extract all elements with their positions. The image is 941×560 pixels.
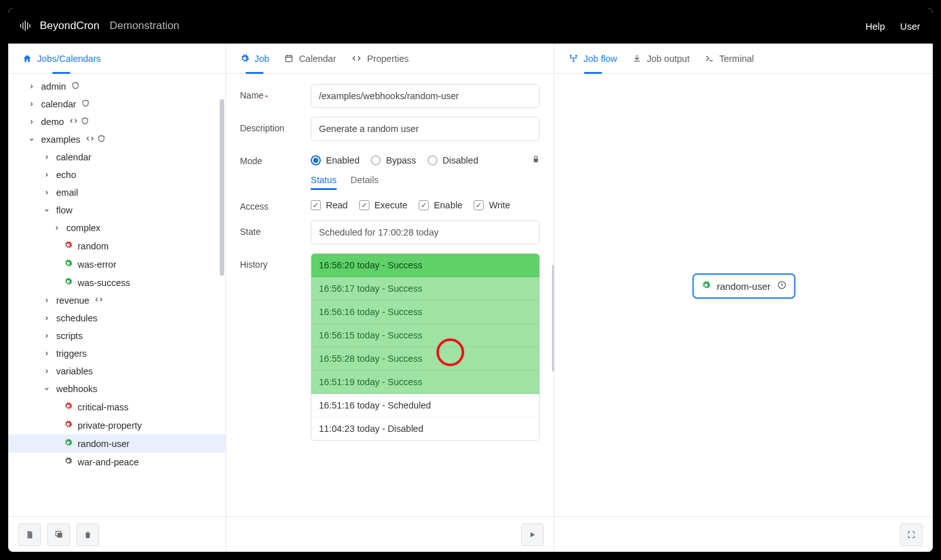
mode-disabled[interactable]: Disabled [428, 155, 478, 165]
tree-label: random-user [78, 439, 129, 449]
new-item-button[interactable] [18, 523, 41, 546]
tree-item-random-user[interactable]: random-user [8, 434, 225, 453]
help-link[interactable]: Help [865, 21, 885, 32]
brand-env: Demonstration [110, 20, 180, 32]
tree-folder-examples[interactable]: examples [8, 131, 225, 148]
history-item[interactable]: 11:04:23 today - Disabled [311, 417, 539, 440]
tree-folder-echo[interactable]: echo [8, 166, 225, 184]
history-item[interactable]: 16:56:15 today - Success [311, 324, 539, 347]
middle-scrollbar[interactable] [552, 265, 554, 372]
tab-label: Calendar [299, 54, 336, 64]
name-input[interactable] [311, 84, 540, 108]
inner-tab-details[interactable]: Details [351, 175, 378, 190]
flow-node-random-user[interactable]: random-user [692, 273, 795, 299]
mode-enabled[interactable]: Enabled [311, 155, 359, 165]
tab-job[interactable]: Job [240, 44, 269, 73]
tree-folder-complex[interactable]: complex [8, 219, 225, 237]
tree-item-private-property[interactable]: private-property [8, 416, 225, 434]
access-write[interactable]: Write [474, 200, 510, 210]
copy-button[interactable] [47, 523, 70, 546]
history-item[interactable]: 16:56:20 today - Success [311, 254, 539, 277]
checkbox-label: Read [326, 200, 348, 210]
radio-label: Enabled [326, 155, 359, 165]
checkbox-icon [359, 200, 369, 210]
tab-icon [284, 54, 294, 63]
access-enable[interactable]: Enable [419, 200, 462, 210]
flow-node-label: random-user [717, 281, 770, 292]
lock-icon [532, 155, 540, 165]
chevron-icon [44, 297, 51, 304]
user-menu[interactable]: User [900, 21, 920, 32]
flow-canvas[interactable]: random-user [554, 74, 933, 516]
checkbox-label: Execute [375, 200, 407, 210]
delete-button[interactable] [76, 523, 99, 546]
tree-folder-flow[interactable]: flow [8, 201, 225, 219]
chevron-icon [44, 333, 51, 339]
tree-folder-variables[interactable]: variables [8, 362, 225, 380]
svg-point-12 [575, 55, 577, 57]
mode-bypass[interactable]: Bypass [371, 155, 416, 165]
chevron-icon [28, 83, 36, 90]
code-icon [94, 295, 104, 306]
gear-icon [64, 277, 73, 288]
chevron-icon [44, 368, 51, 374]
tab-label: Job [255, 54, 269, 64]
tree-folder-email[interactable]: email [8, 184, 225, 201]
tree-item-was-success[interactable]: was-success [8, 273, 225, 292]
tree-item-was-error[interactable]: was-error [8, 255, 225, 273]
run-button[interactable] [521, 523, 544, 546]
tree-folder-triggers[interactable]: triggers [8, 345, 225, 362]
tree-item-random[interactable]: random [8, 237, 225, 255]
expand-button[interactable] [900, 523, 923, 546]
access-read[interactable]: Read [311, 200, 348, 210]
tab-terminal[interactable]: Terminal [705, 44, 754, 73]
tab-job-output[interactable]: Job output [632, 44, 690, 73]
checkbox-label: Enable [434, 200, 462, 210]
chevron-icon [28, 136, 36, 143]
inner-tabs: StatusDetails [311, 175, 540, 190]
tree-label: admin [41, 81, 66, 92]
history-item[interactable]: 16:56:16 today - Success [311, 301, 539, 324]
tree-folder-revenue[interactable]: revenue [8, 292, 225, 309]
state-label: State [240, 220, 311, 237]
chevron-icon [28, 119, 36, 125]
tree-scrollbar[interactable] [220, 99, 224, 276]
shield-icon [81, 117, 89, 127]
code-icon [85, 134, 95, 145]
history-item[interactable]: 16:51:19 today - Success [311, 371, 539, 394]
inner-tab-status[interactable]: Status [311, 175, 337, 190]
tree-folder-admin[interactable]: admin [8, 78, 225, 95]
code-icon [69, 117, 78, 127]
tree-label: calendar [56, 152, 92, 162]
gear-icon [64, 241, 73, 251]
tree-item-war-and-peace[interactable]: war-and-peace [8, 453, 225, 471]
tree-folder-schedules[interactable]: schedules [8, 309, 225, 327]
tree-folder-webhooks[interactable]: webhooks [8, 380, 225, 398]
tree-label: scripts [56, 331, 83, 341]
tree-label: was-error [78, 259, 116, 270]
history-item[interactable]: 16:51:16 today - Scheduled [311, 394, 539, 417]
chevron-icon [44, 172, 51, 178]
tree-label: demo [41, 117, 64, 127]
tree-label: examples [41, 134, 80, 145]
tree-folder-calendar[interactable]: calendar [8, 148, 225, 166]
tab-job-flow[interactable]: Job flow [568, 44, 617, 73]
access-execute[interactable]: Execute [359, 200, 407, 210]
tree-label: was-success [78, 278, 130, 288]
tab-calendar[interactable]: Calendar [284, 44, 336, 73]
tree-folder-demo[interactable]: demo [8, 113, 225, 131]
tree-label: random [78, 241, 109, 251]
tab-label: Terminal [719, 54, 754, 64]
tab-icon [351, 54, 362, 63]
sidebar-header[interactable]: Jobs/Calendars [22, 44, 101, 73]
tree[interactable]: admincalendardemoexamplescalendarechoema… [8, 74, 225, 516]
chevron-icon [44, 189, 51, 196]
tree-folder-scripts[interactable]: scripts [8, 327, 225, 345]
tab-properties[interactable]: Properties [351, 44, 409, 73]
tree-item-critical-mass[interactable]: critical-mass [8, 398, 225, 416]
tree-label: echo [56, 170, 76, 180]
history-item[interactable]: 16:55:28 today - Success [311, 347, 539, 371]
description-input[interactable] [311, 117, 540, 141]
history-item[interactable]: 16:56:17 today - Success [311, 277, 539, 301]
tree-folder-calendar[interactable]: calendar [8, 95, 225, 113]
